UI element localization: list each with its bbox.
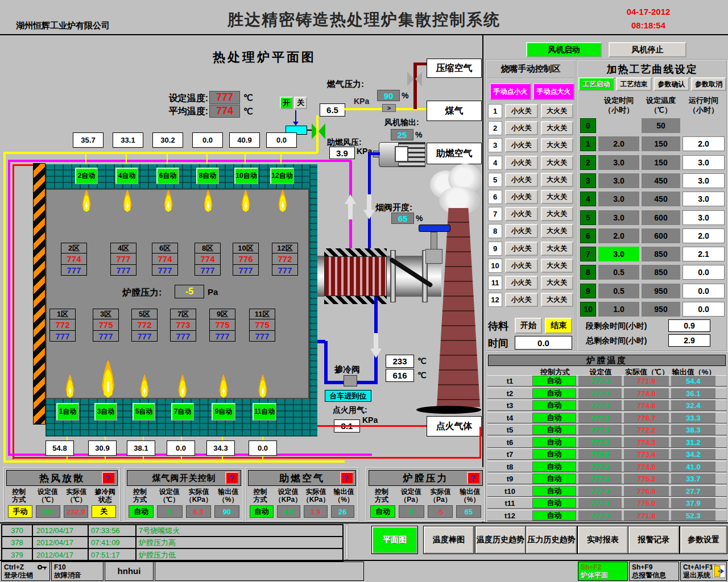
zone-mode-button-10[interactable]: 10自动	[234, 168, 258, 184]
help-button[interactable]: ?	[467, 472, 481, 484]
mode-toggle[interactable]: 自动	[532, 400, 576, 410]
segment-set-temp[interactable]: 850	[642, 265, 680, 280]
alarm-row[interactable]: 379 2012/04/17 07:51:17 炉膛压力低	[2, 549, 342, 561]
mode-value[interactable]: 手动	[8, 505, 32, 518]
segment-set-time[interactable]: 3.0	[598, 173, 639, 188]
segment-set-time[interactable]: 2.0	[598, 228, 639, 243]
zone-mode-button-4[interactable]: 4自动	[115, 168, 138, 184]
mode-toggle[interactable]: 自动	[532, 437, 576, 447]
fault-mute-button[interactable]: F10 故障消音	[51, 562, 104, 581]
mode-toggle[interactable]: 自动	[532, 388, 576, 398]
mode-toggle[interactable]: 自动	[532, 498, 576, 508]
big-fire-toggle[interactable]: 大火关	[541, 293, 574, 307]
nav-realtime-report[interactable]: 实时报表	[578, 526, 628, 554]
small-fire-toggle[interactable]: 小火关	[505, 224, 538, 238]
big-fire-toggle[interactable]: 大火关	[541, 104, 574, 118]
segment-set-time[interactable]: 3.0	[598, 192, 639, 206]
small-fire-toggle[interactable]: 小火关	[505, 121, 538, 135]
small-fire-toggle[interactable]: 小火关	[505, 242, 538, 256]
zone-mode-button-9[interactable]: 9自动	[212, 403, 235, 421]
segment-set-time-active[interactable]: 3.0	[598, 247, 639, 261]
big-fire-toggle[interactable]: 大火关	[541, 173, 574, 187]
small-fire-toggle[interactable]: 小火关	[505, 276, 538, 290]
nav-temp-history[interactable]: 温度历史趋势	[475, 526, 526, 554]
alarm-list-scrollbar[interactable]	[346, 524, 348, 560]
alarm-row[interactable]: 370 2012/04/17 07:33:56 7号烧嘴熄火	[2, 525, 342, 537]
valve-close-button[interactable]: 关	[294, 97, 307, 109]
nav-alarm-record[interactable]: 报警记录	[628, 526, 679, 554]
zone-mode-button-1[interactable]: 1自动	[56, 403, 79, 421]
big-fire-toggle[interactable]: 大火关	[541, 190, 574, 204]
manual-small-fire-button[interactable]: 手动点小火	[490, 83, 531, 100]
nav-param-settings[interactable]: 参数设置	[680, 526, 727, 554]
segment-set-temp[interactable]: 950	[642, 284, 680, 298]
small-fire-toggle[interactable]: 小火关	[505, 156, 538, 170]
segment-set-time[interactable]: 1.0	[598, 302, 639, 317]
mode-value[interactable]: 自动	[129, 505, 154, 518]
wait-end-button[interactable]: 结束	[545, 318, 572, 334]
process-end-button[interactable]: 工艺结束	[616, 77, 652, 91]
mode-toggle[interactable]: 自动	[532, 413, 576, 423]
segment-set-temp[interactable]: 600	[642, 210, 680, 225]
segment-set-temp[interactable]: 600	[642, 228, 680, 243]
big-fire-toggle[interactable]: 大火关	[541, 259, 574, 273]
help-button[interactable]: ?	[102, 472, 115, 484]
process-start-button[interactable]: 工艺启动	[578, 77, 614, 91]
mode-value[interactable]: 自动	[370, 505, 395, 518]
small-fire-toggle[interactable]: 小火关	[505, 173, 538, 187]
zone-mode-button-11[interactable]: 11自动	[253, 403, 276, 421]
small-fire-toggle[interactable]: 小火关	[505, 138, 538, 152]
big-fire-toggle[interactable]: 大火关	[541, 121, 574, 135]
mode-toggle[interactable]: 自动	[532, 462, 576, 472]
segment-set-temp[interactable]: 50	[642, 118, 680, 133]
zone-mode-button-3[interactable]: 3自动	[94, 403, 117, 421]
furnace-plan-hotkey-button[interactable]: Sh+F2 炉体平面	[578, 562, 628, 581]
segment-set-temp[interactable]: 450	[642, 173, 680, 188]
zone-mode-button-6[interactable]: 6自动	[156, 168, 179, 184]
mode-toggle[interactable]: 自动	[532, 425, 576, 435]
alarm-screen-hotkey-button[interactable]: Sh+F9 总报警信息	[629, 562, 679, 581]
segment-set-time[interactable]: 3.0	[598, 155, 639, 170]
wait-start-button[interactable]: 开始	[515, 318, 542, 334]
segment-set-time[interactable]: 0.5	[598, 265, 639, 280]
big-fire-toggle[interactable]: 大火关	[541, 224, 574, 238]
mode-toggle[interactable]: 自动	[532, 376, 576, 386]
help-button[interactable]: ?	[340, 472, 354, 484]
zone-mode-button-5[interactable]: 5自动	[133, 403, 155, 421]
zone-mode-button-8[interactable]: 8自动	[196, 168, 219, 184]
segment-set-temp[interactable]: 450	[642, 192, 680, 206]
valve-open-button[interactable]: 开	[280, 97, 293, 109]
help-button[interactable]: ?	[225, 472, 239, 484]
fan-start-button[interactable]: 风机启动	[526, 42, 602, 57]
segment-set-temp[interactable]: 850	[642, 247, 680, 261]
big-fire-toggle[interactable]: 大火关	[541, 138, 574, 152]
login-logout-button[interactable]: Ctrl+Z 登录/注销	[1, 562, 50, 581]
mode-toggle[interactable]: 自动	[532, 473, 576, 484]
small-fire-toggle[interactable]: 小火关	[505, 259, 538, 273]
nav-temp-bar-chart[interactable]: 温度棒图	[424, 526, 474, 554]
zone-mode-button-2[interactable]: 2自动	[75, 168, 98, 184]
small-fire-toggle[interactable]: 小火关	[505, 104, 538, 118]
zone-mode-button-12[interactable]: 12自动	[270, 168, 294, 184]
segment-set-temp[interactable]: 150	[642, 155, 680, 170]
mode-toggle[interactable]: 自动	[532, 449, 576, 459]
nav-pressure-history[interactable]: 压力历史趋势	[526, 526, 577, 554]
fan-stop-button[interactable]: 风机停止	[609, 42, 686, 57]
zone-mode-button-7[interactable]: 7自动	[171, 403, 194, 421]
nav-plan-view[interactable]: 平面图	[372, 526, 417, 554]
valve-state-value[interactable]: 关	[92, 505, 116, 518]
small-fire-toggle[interactable]: 小火关	[505, 207, 538, 221]
mode-toggle[interactable]: 自动	[532, 510, 576, 521]
small-fire-toggle[interactable]: 小火关	[505, 293, 538, 307]
param-confirm-button[interactable]: 参数确认	[653, 77, 689, 91]
big-fire-toggle[interactable]: 大火关	[541, 207, 574, 221]
segment-set-temp[interactable]: 950	[642, 302, 680, 317]
big-fire-toggle[interactable]: 大火关	[541, 242, 574, 256]
mode-value[interactable]: 自动	[250, 505, 274, 518]
exit-system-button[interactable]: Ct+Al+F12 退出系统	[680, 562, 727, 581]
alarm-row[interactable]: 378 2012/04/17 07:41:09 炉膛压力高	[2, 537, 342, 549]
segment-set-time[interactable]: 0.5	[598, 284, 639, 298]
big-fire-toggle[interactable]: 大火关	[541, 276, 574, 290]
small-fire-toggle[interactable]: 小火关	[505, 190, 538, 204]
param-cancel-button[interactable]: 参数取消	[691, 77, 726, 91]
